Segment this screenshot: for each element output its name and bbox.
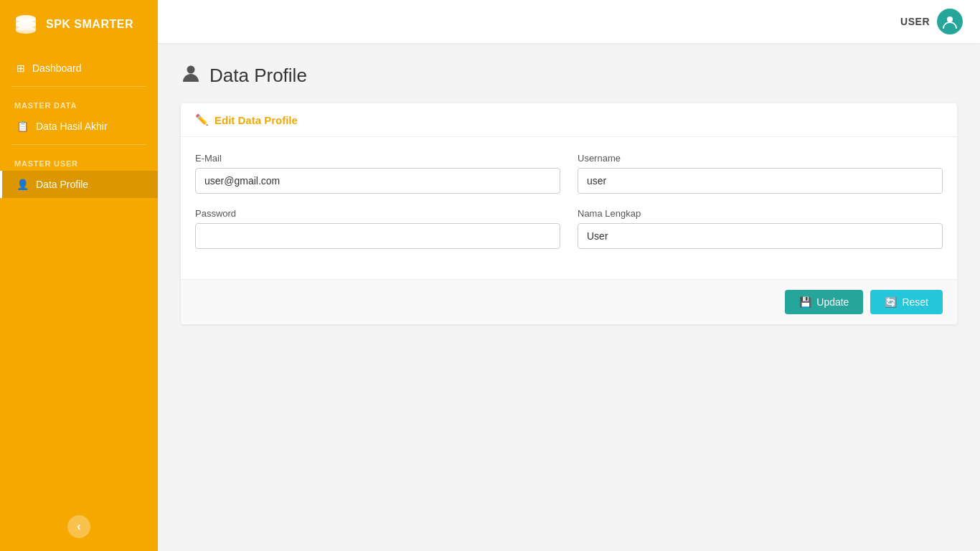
- profile-card: ✏️ Edit Data Profile E-Mail Username: [181, 103, 957, 324]
- user-avatar-icon: [942, 14, 958, 29]
- sidebar-item-dashboard-label: Dashboard: [32, 62, 82, 74]
- reset-button-label: Reset: [902, 296, 928, 308]
- svg-point-5: [947, 17, 953, 22]
- dashboard-icon: ⊞: [17, 62, 25, 74]
- sidebar-item-data-hasil-label: Data Hasil Akhir: [36, 121, 108, 132]
- sidebar-item-data-profile[interactable]: 👤 Data Profile: [0, 171, 158, 198]
- nama-group: Nama Lengkap: [578, 208, 943, 249]
- card-footer: 💾 Update 🔄 Reset: [181, 279, 957, 324]
- form-row-2: Password Nama Lengkap: [195, 208, 943, 249]
- card-body: E-Mail Username Password Nama Le: [181, 137, 957, 279]
- sidebar-divider-2: [11, 144, 146, 145]
- topbar-username: USER: [900, 16, 930, 27]
- update-button-label: Update: [816, 296, 849, 308]
- svg-point-6: [187, 66, 195, 74]
- nama-label: Nama Lengkap: [578, 208, 943, 219]
- app-title: SPK SMARTER: [46, 18, 133, 31]
- password-input[interactable]: [195, 223, 560, 249]
- email-group: E-Mail: [195, 153, 560, 194]
- password-label: Password: [195, 208, 560, 219]
- page-title-row: Data Profile: [181, 63, 957, 88]
- reset-icon: 🔄: [885, 296, 897, 308]
- update-button[interactable]: 💾 Update: [785, 290, 863, 314]
- sidebar-header: SPK SMARTER: [0, 0, 158, 49]
- edit-icon: ✏️: [195, 113, 209, 126]
- main-area: USER Data Profile ✏️ E: [158, 0, 980, 551]
- sidebar-section-master-user: MASTER USER: [0, 149, 158, 171]
- svg-point-4: [16, 27, 36, 34]
- app-logo-icon: [13, 11, 39, 37]
- save-icon: 💾: [799, 296, 811, 308]
- user-avatar[interactable]: [937, 9, 963, 34]
- reset-button[interactable]: 🔄 Reset: [870, 290, 943, 314]
- sidebar-section-master-data: MASTER DATA: [0, 91, 158, 113]
- sidebar-item-dashboard[interactable]: ⊞ Dashboard: [0, 55, 158, 82]
- page-title-person-icon: [181, 63, 201, 88]
- sidebar-collapse-button[interactable]: ‹: [67, 515, 90, 538]
- nama-input[interactable]: [578, 223, 943, 249]
- email-label: E-Mail: [195, 153, 560, 164]
- email-input[interactable]: [195, 168, 560, 194]
- topbar: USER: [158, 0, 980, 43]
- profile-icon: 👤: [17, 179, 29, 190]
- sidebar: SPK SMARTER ⊞ Dashboard MASTER DATA 📋 Da…: [0, 0, 158, 551]
- data-hasil-icon: 📋: [17, 121, 29, 132]
- page-title: Data Profile: [209, 65, 307, 87]
- main-content: Data Profile ✏️ Edit Data Profile E-Mail…: [158, 43, 980, 551]
- username-input[interactable]: [578, 168, 943, 194]
- username-label: Username: [578, 153, 943, 164]
- card-header-title: Edit Data Profile: [215, 114, 298, 126]
- card-header: ✏️ Edit Data Profile: [181, 103, 957, 137]
- topbar-user: USER: [900, 9, 963, 34]
- sidebar-nav: ⊞ Dashboard MASTER DATA 📋 Data Hasil Akh…: [0, 55, 158, 198]
- username-group: Username: [578, 153, 943, 194]
- sidebar-divider-1: [11, 86, 146, 87]
- sidebar-item-data-hasil[interactable]: 📋 Data Hasil Akhir: [0, 113, 158, 140]
- sidebar-collapse-area: ‹: [0, 502, 158, 551]
- sidebar-item-data-profile-label: Data Profile: [36, 179, 88, 190]
- password-group: Password: [195, 208, 560, 249]
- form-row-1: E-Mail Username: [195, 153, 943, 194]
